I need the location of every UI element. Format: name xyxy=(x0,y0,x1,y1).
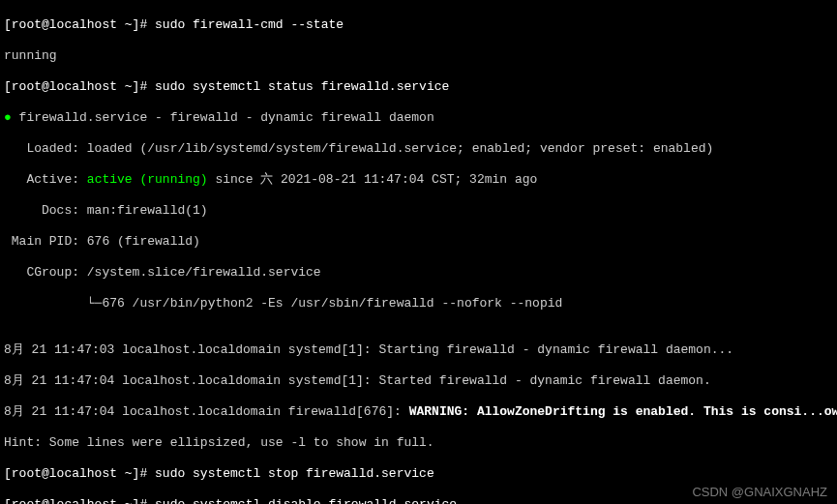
svc-header: ● firewalld.service - firewalld - dynami… xyxy=(4,110,833,126)
bullet-icon: ● xyxy=(4,110,12,125)
cmd-stop: sudo systemctl stop firewalld.service xyxy=(155,466,434,481)
status-active: active (running) xyxy=(87,172,208,187)
hint-line: Hint: Some lines were ellipsized, use -l… xyxy=(4,435,833,451)
prompt: [root@localhost ~]# xyxy=(4,79,155,94)
active-line: Active: active (running) since 六 2021-08… xyxy=(4,172,833,188)
mainpid-line: Main PID: 676 (firewalld) xyxy=(4,234,833,250)
cmd-status1: sudo systemctl status firewalld.service xyxy=(155,79,449,94)
log-warning: 8月 21 11:47:04 localhost.localdomain fir… xyxy=(4,404,833,420)
prompt: [root@localhost ~]# xyxy=(4,497,155,504)
line: [root@localhost ~]# sudo firewall-cmd --… xyxy=(4,17,833,33)
watermark: CSDN @GNAIXGNAHZ xyxy=(692,485,827,500)
line: [root@localhost ~]# sudo systemctl statu… xyxy=(4,79,833,95)
cmd-state: sudo firewall-cmd --state xyxy=(155,17,344,32)
prompt: [root@localhost ~]# xyxy=(4,466,155,481)
log-line: 8月 21 11:47:03 localhost.localdomain sys… xyxy=(4,342,833,358)
terminal[interactable]: [root@localhost ~]# sudo firewall-cmd --… xyxy=(0,0,837,504)
loaded-line: Loaded: loaded (/usr/lib/systemd/system/… xyxy=(4,141,833,157)
log-line: 8月 21 11:47:04 localhost.localdomain sys… xyxy=(4,373,833,389)
cmd-disable: sudo systemctl disable firewalld.service xyxy=(155,497,457,504)
docs-line: Docs: man:firewalld(1) xyxy=(4,203,833,219)
cgroup-line: CGroup: /system.slice/firewalld.service xyxy=(4,265,833,281)
cgroup-child: └─676 /usr/bin/python2 -Es /usr/sbin/fir… xyxy=(4,296,833,311)
line: [root@localhost ~]# sudo systemctl stop … xyxy=(4,466,833,482)
output-running: running xyxy=(4,48,833,64)
prompt: [root@localhost ~]# xyxy=(4,17,155,32)
